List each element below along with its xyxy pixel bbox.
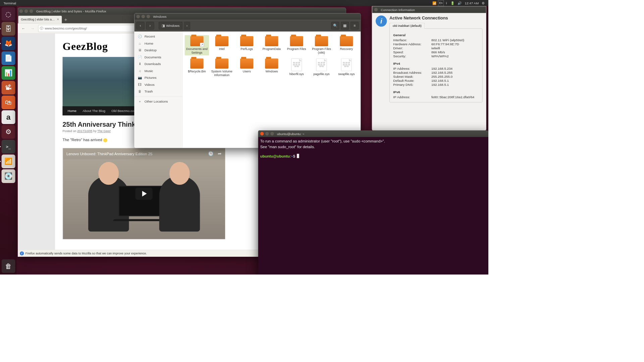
new-tab-button[interactable]: ＋ — [62, 16, 69, 23]
hamburger-menu-button[interactable]: ≡ — [351, 22, 359, 29]
post-date-link[interactable]: 2017/10/05 — [77, 129, 93, 133]
bluetooth-indicator-icon[interactable]: ᚼ — [444, 0, 449, 6]
window-close-button[interactable] — [260, 132, 264, 136]
software-icon[interactable]: 🛍 — [2, 96, 15, 109]
nav-about[interactable]: About The Blog — [83, 109, 105, 113]
label-dns: Primary DNS: — [393, 83, 431, 86]
places-item[interactable]: 🖥Desktop — [134, 47, 182, 54]
places-item[interactable]: ♫Music — [134, 67, 182, 74]
place-label: Pictures — [145, 76, 157, 79]
folder-item[interactable]: Windows — [259, 57, 284, 78]
folder-item[interactable]: $Recycle.Bin — [185, 57, 209, 78]
nav-old[interactable]: Old Beezmo.com — [111, 109, 137, 113]
item-label: pagefile.sys — [313, 72, 329, 76]
clock-indicator[interactable]: 12:47 AM — [463, 0, 480, 6]
window-close-button[interactable] — [136, 15, 140, 18]
folder-item[interactable]: ProgramData — [259, 35, 284, 56]
back-button[interactable]: ← — [20, 25, 27, 32]
window-maximize-button[interactable] — [147, 15, 150, 18]
session-gear-icon[interactable]: ⚙ — [480, 0, 486, 6]
forward-button: → — [29, 25, 36, 32]
file-item[interactable]: 01 10 10 01 01 10 10 01pagefile.sys — [309, 57, 334, 78]
terminal-titlebar[interactable]: ubuntu@ubuntu: ~ — [258, 130, 488, 137]
info-icon: i — [20, 251, 24, 255]
terminal-blank-line — [260, 149, 486, 153]
tab-close-icon[interactable]: ✕ — [57, 18, 59, 21]
wifi-indicator-icon[interactable]: 📶 — [431, 0, 438, 6]
files-titlebar[interactable]: Windows — [134, 13, 361, 20]
value-interface: 802.11 WiFi (wlp59s0) — [431, 38, 479, 42]
window-minimize-button[interactable] — [265, 132, 269, 136]
nav-back-button[interactable]: ‹ — [136, 22, 144, 29]
place-label: Documents — [145, 55, 161, 59]
amazon-icon[interactable]: a — [2, 110, 15, 124]
folder-icon — [190, 36, 203, 46]
folder-item[interactable]: Intel — [210, 35, 234, 56]
post-author-link[interactable]: The Geez — [97, 129, 111, 133]
calc-icon[interactable]: 📊 — [2, 66, 15, 80]
folder-item[interactable]: Program Files (x86) — [309, 35, 334, 56]
dash-icon[interactable]: ◌ — [2, 7, 15, 21]
places-item[interactable]: ⌂Home — [134, 40, 182, 47]
places-item[interactable]: 🎞Videos — [134, 81, 182, 88]
terminal-icon[interactable]: >_ — [2, 140, 15, 154]
youtube-embed[interactable]: Lenovo Unboxed: ThinkPad Anniversary Edi… — [63, 148, 225, 239]
identity-icon[interactable]: ⓘ — [40, 26, 43, 31]
conninfo-heading: Active Network Connections — [389, 15, 483, 20]
window-minimize-button[interactable] — [24, 9, 28, 13]
connection-tab[interactable]: okii inabikari (default) — [389, 23, 425, 28]
window-minimize-button[interactable] — [142, 15, 145, 18]
network-icon[interactable]: 📶 — [2, 155, 15, 168]
places-item[interactable]: 🕘Recent — [134, 33, 182, 40]
nav-home[interactable]: Home — [68, 109, 76, 113]
keyboard-lang-indicator[interactable]: En — [438, 0, 444, 6]
file-item[interactable]: 01 10 10 01 01 10 10 01swapfile.sys — [334, 57, 359, 78]
label-interface: Interface: — [393, 38, 431, 42]
value-route: 192.168.5.1 — [431, 79, 479, 82]
watch-later-icon[interactable]: 🕓 — [208, 151, 214, 157]
view-grid-button[interactable]: ▦ — [341, 22, 349, 29]
path-segment-next[interactable]: › — [184, 22, 190, 29]
folder-icon — [265, 58, 278, 68]
settings-icon[interactable]: ⚙ — [2, 125, 15, 139]
places-item[interactable]: ⬇Downloads — [134, 60, 182, 67]
folder-item[interactable]: Users — [234, 57, 259, 78]
window-close-button[interactable] — [19, 9, 23, 13]
folder-item[interactable]: PerfLogs — [234, 35, 259, 56]
play-button[interactable] — [135, 187, 153, 199]
terminal-viewport[interactable]: To run a command as administrator (user … — [258, 137, 488, 275]
file-icon: 01 10 10 01 01 10 10 01 — [291, 58, 302, 71]
places-item[interactable]: 📄Documents — [134, 54, 182, 60]
battery-indicator-icon[interactable]: 🔋 — [449, 0, 456, 6]
folder-item[interactable]: Program Files — [284, 35, 309, 56]
value-ip4: 192.168.5.234 — [431, 67, 479, 70]
impress-icon[interactable]: 📽 — [2, 81, 15, 95]
disk-icon[interactable]: 💽 — [2, 169, 15, 183]
volume-indicator-icon[interactable]: 🔊 — [456, 0, 463, 6]
share-icon[interactable]: ➦ — [218, 151, 221, 157]
connection-info-window: Connection Information i Active Network … — [372, 6, 486, 131]
window-maximize-button[interactable] — [270, 132, 274, 136]
folder-item[interactable]: System Volume Information — [210, 57, 234, 78]
terminal-prompt[interactable]: ubuntu@ubuntu:~$ — [260, 154, 486, 159]
path-segment-root[interactable]: ◨ Windows — [159, 22, 182, 29]
trash-icon[interactable]: 🗑 — [2, 259, 15, 273]
item-label: Program Files — [287, 47, 306, 51]
folder-item[interactable]: Documents and Settings — [185, 35, 209, 56]
nav-forward-button[interactable]: › — [146, 22, 154, 29]
search-button[interactable]: 🔍 — [331, 22, 339, 29]
window-close-button[interactable] — [374, 8, 378, 12]
place-label: Recent — [145, 35, 155, 38]
window-maximize-button[interactable] — [30, 9, 33, 13]
places-item[interactable]: 🗑Trash — [134, 88, 182, 95]
file-item[interactable]: 01 10 10 01 01 10 10 01hiberfil.sys — [284, 57, 309, 78]
folder-item[interactable]: Recovery — [334, 35, 359, 56]
firefox-icon[interactable]: 🦊 — [2, 37, 15, 50]
places-item[interactable]: 📷Pictures — [134, 74, 182, 81]
places-item[interactable]: ＋Other Locations — [134, 96, 182, 105]
browser-tab[interactable]: GeezBlog | elder bits a… ✕ — [18, 16, 62, 23]
files-icon[interactable]: 🗄 — [2, 22, 15, 36]
conninfo-titlebar[interactable]: Connection Information — [372, 6, 486, 13]
writer-icon[interactable]: 📄 — [2, 51, 15, 65]
place-icon: ＋ — [138, 99, 142, 104]
